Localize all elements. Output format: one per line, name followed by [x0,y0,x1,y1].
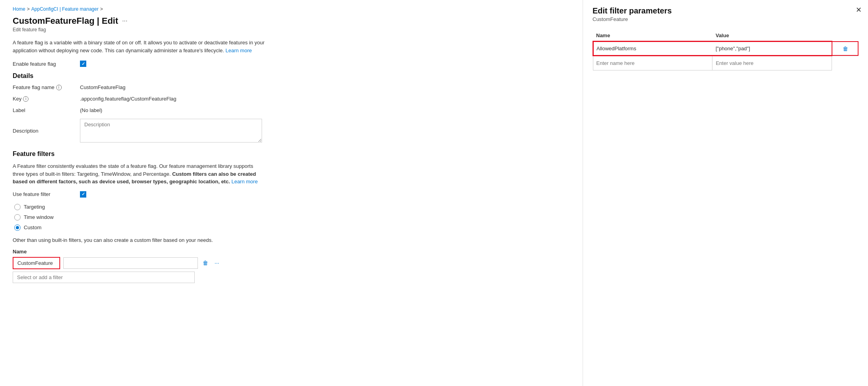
breadcrumb-sep2: > [100,6,103,12]
use-filter-label: Use feature filter [13,191,80,197]
more-filter-button[interactable]: ··· [213,258,221,268]
more-options-icon[interactable]: ··· [122,17,127,25]
close-button[interactable]: ✕ [856,6,862,14]
key-label: Key i [13,96,80,102]
custom-filter-info: Other than using built-in filters, you c… [13,237,266,243]
left-panel: Home > AppConfigCI | Feature manager > C… [0,0,583,386]
radio-timewindow-outer [14,214,21,221]
param-action-cell-0: 🗑 [832,41,859,56]
col-name-header: Name [593,30,712,41]
filter-learn-more-link[interactable]: Learn more [232,179,258,184]
col-value-header: Value [712,30,832,41]
col-action-header [832,30,859,41]
feature-flag-name-info-icon: i [56,85,62,90]
details-heading: Details [13,72,570,80]
filter-radio-group: Targeting Time window Custom [14,204,570,231]
right-panel: ✕ Edit filter parameters CustomFeature N… [583,0,868,386]
new-param-value-input[interactable] [716,59,828,68]
filter-name-label: Name [13,249,570,255]
right-panel-subtitle: CustomFeature [593,16,859,22]
params-table: Name Value 🗑 [593,30,859,70]
filter-rest-input[interactable] [63,257,198,269]
filter-info-text: A Feature filter consistently evaluates … [13,162,266,186]
params-table-header: Name Value [593,30,859,41]
enable-feature-flag-label: Enable feature flag [13,61,80,67]
feature-flag-name-label: Feature flag name i [13,84,80,90]
param-row-0: 🗑 [593,41,859,56]
radio-custom[interactable]: Custom [14,224,570,231]
breadcrumb-appconfig[interactable]: AppConfigCI | Feature manager [31,6,99,12]
radio-custom-label: Custom [24,224,42,230]
feature-flag-name-row: Feature flag name i CustomFeatureFlag [13,84,570,90]
new-param-value-cell [712,56,832,70]
radio-targeting-outer [14,204,21,210]
learn-more-link[interactable]: Learn more [226,48,252,53]
delete-filter-button[interactable]: 🗑 [201,258,210,268]
breadcrumb-sep1: > [27,6,30,12]
enable-feature-flag-checkbox[interactable] [80,61,86,67]
radio-timewindow[interactable]: Time window [14,214,570,221]
breadcrumb-home[interactable]: Home [13,6,25,12]
use-filter-row: Use feature filter [13,191,570,198]
filter-name-input[interactable] [13,257,60,269]
new-param-action-cell [832,56,859,70]
feature-flag-name-value: CustomFeatureFlag [80,84,125,90]
param-value-input-0[interactable] [716,44,828,53]
enable-feature-flag-row: Enable feature flag [13,61,570,67]
radio-custom-outer [14,224,21,231]
filter-name-section: Name 🗑 ··· [13,249,570,283]
radio-timewindow-label: Time window [24,214,53,220]
page-title: CustomFeatureFlag | Edit [13,16,118,26]
key-info-icon: i [23,96,28,102]
new-param-row [593,56,859,70]
page-subtitle: Edit feature flag [13,27,570,32]
add-filter-input[interactable] [13,272,195,283]
feature-filters-section: Feature filters A Feature filter consist… [13,150,570,283]
feature-filters-heading: Feature filters [13,150,570,158]
key-row: Key i .appconfig.featureflag/CustomFeatu… [13,96,570,102]
param-name-cell-0 [593,41,712,56]
radio-custom-inner [16,226,19,229]
description-row: Description [13,119,570,143]
param-value-cell-0 [712,41,832,56]
right-panel-title: Edit filter parameters [593,6,859,15]
new-param-name-input[interactable] [596,59,709,68]
key-value: .appconfig.featureflag/CustomFeatureFlag [80,96,177,102]
description-textarea[interactable] [80,119,262,143]
breadcrumb: Home > AppConfigCI | Feature manager > [13,6,570,12]
new-param-name-cell [593,56,712,70]
radio-targeting-label: Targeting [24,204,45,210]
delete-param-icon-0[interactable]: 🗑 [843,46,848,52]
param-name-input-0[interactable] [596,44,709,53]
label-label: Label [13,107,80,113]
label-value: (No label) [80,107,102,113]
radio-targeting[interactable]: Targeting [14,204,570,210]
description-label: Description [13,128,80,134]
filter-input-row: 🗑 ··· [13,257,570,269]
page-title-row: CustomFeatureFlag | Edit ··· [13,16,570,26]
info-text: A feature flag is a variable with a bina… [13,39,266,54]
label-row: Label (No label) [13,107,570,113]
use-filter-checkbox[interactable] [80,191,86,198]
